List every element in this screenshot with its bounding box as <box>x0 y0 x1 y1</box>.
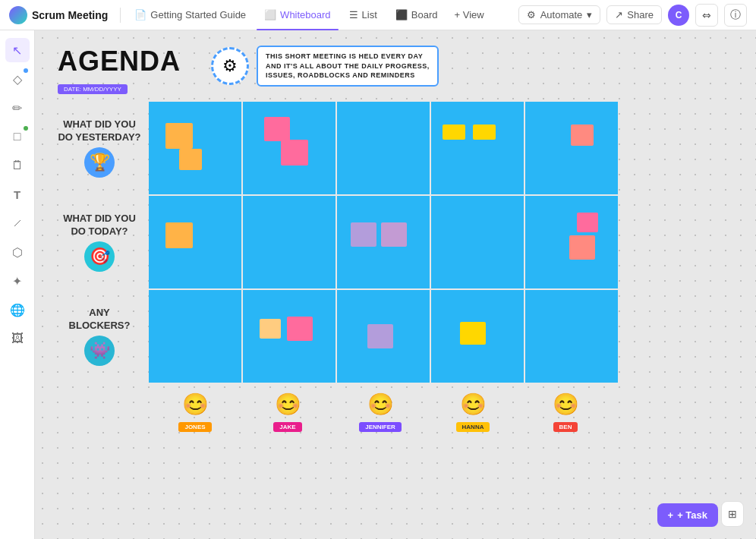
jennifer-emoji: 😊 <box>365 389 395 419</box>
today-label-text: WHAT DID YOUDO TODAY? <box>63 213 136 238</box>
sticky-note[interactable] <box>260 319 281 339</box>
blockers-label-text: ANY BLOCKERS? <box>58 307 141 333</box>
sticky-note[interactable] <box>165 222 193 248</box>
left-sidebar: ↖ ◇ ✏ □ 🗒 T ⟋ ⬡ ✦ 🌐 🖼 <box>0 30 35 539</box>
topbar: Scrum Meeting 📄 Getting Started Guide ⬜ … <box>0 0 756 30</box>
sticky-note[interactable] <box>569 235 595 260</box>
sticky-note[interactable] <box>179 149 202 170</box>
cell-today-jake[interactable] <box>243 196 335 288</box>
share-icon: ↗ <box>615 9 623 20</box>
jones-name-badge: JONES <box>178 422 211 432</box>
sticky-note[interactable] <box>281 140 308 165</box>
sticky-note[interactable] <box>287 317 313 341</box>
sticky-note[interactable] <box>571 125 594 146</box>
add-task-button[interactable]: + + Task <box>657 503 718 527</box>
grid-icon: ⊞ <box>728 508 737 520</box>
jake-emoji: 😊 <box>272 389 303 419</box>
sticky-note[interactable] <box>367 324 393 348</box>
avatar-ben: 😊 BEN <box>519 389 612 432</box>
sticky-note[interactable] <box>381 222 407 247</box>
tab-board[interactable]: ⬛ Board <box>388 6 446 24</box>
cell-today-jones[interactable] <box>149 196 241 288</box>
cell-today-jennifer[interactable] <box>337 196 430 288</box>
share-button[interactable]: ↗ Share <box>606 5 662 24</box>
sticky-note[interactable] <box>443 125 465 140</box>
cell-yesterday-jones[interactable] <box>149 102 241 194</box>
sticky-note[interactable] <box>264 117 290 141</box>
plus-icon: + <box>668 509 674 521</box>
sidebar-effects-tool[interactable]: ✦ <box>5 269 30 293</box>
agenda-badge: ⚙ THIS SHORT MEETING IS HELD EVERY DAY A… <box>211 46 439 87</box>
cell-blockers-hanna[interactable] <box>431 290 524 383</box>
sticky-note[interactable] <box>351 222 376 247</box>
sidebar-globe-tool[interactable]: 🌐 <box>5 298 30 322</box>
sidebar-diagram-tool[interactable]: ⬡ <box>5 240 30 264</box>
row-labels: WHAT DID YOUDO YESTERDAY? 🏆 WHAT DID YOU… <box>58 102 141 383</box>
sticky-note[interactable] <box>577 213 598 232</box>
tab-whiteboard[interactable]: ⬜ Whiteboard <box>257 6 338 24</box>
blocker-icon: 👾 <box>84 336 115 366</box>
hanna-emoji: 😊 <box>458 389 488 419</box>
automate-icon: ⚙ <box>527 9 536 20</box>
cell-yesterday-hanna[interactable] <box>431 102 524 194</box>
cell-blockers-jones[interactable] <box>149 290 241 383</box>
sticky-note[interactable] <box>460 322 486 345</box>
topbar-right: ⚙ Automate ▾ ↗ Share C ⇔ ⓘ <box>518 4 747 27</box>
agenda-date: DATE: MM/DD/YYYY <box>58 80 181 94</box>
list-icon: ☰ <box>349 9 358 20</box>
cell-today-hanna[interactable] <box>431 196 524 288</box>
whiteboard-icon: ⬜ <box>264 9 276 20</box>
hanna-name-badge: HANNA <box>456 422 490 432</box>
cell-yesterday-jennifer[interactable] <box>337 102 430 194</box>
sidebar-pen-tool[interactable]: ✏ <box>5 96 30 120</box>
agenda-header: AGENDA DATE: MM/DD/YYYY ⚙ THIS SHORT MEE… <box>58 46 733 94</box>
cell-blockers-jake[interactable] <box>243 290 335 383</box>
sidebar-sticky-tool[interactable]: 🗒 <box>5 153 30 178</box>
yesterday-label-text: WHAT DID YOUDO YESTERDAY? <box>58 118 140 144</box>
app-logo: Scrum Meeting <box>9 6 108 24</box>
cell-yesterday-jake[interactable] <box>243 102 335 194</box>
avatar-hanna: 😊 HANNA <box>427 389 519 432</box>
cell-blockers-jennifer[interactable] <box>337 290 430 383</box>
row-label-yesterday: WHAT DID YOUDO YESTERDAY? 🏆 <box>58 102 141 194</box>
info-icon[interactable]: ⓘ <box>724 4 747 27</box>
tab-getting-started[interactable]: 📄 Getting Started Guide <box>127 6 254 24</box>
sidebar-rectangle-tool[interactable]: □ <box>5 125 30 149</box>
agenda-title-block: AGENDA DATE: MM/DD/YYYY <box>58 46 181 94</box>
sidebar-line-tool[interactable]: ⟋ <box>5 211 30 235</box>
cell-yesterday-ben[interactable] <box>525 102 618 194</box>
sidebar-image-tool[interactable]: 🖼 <box>5 326 30 351</box>
sidebar-text-tool[interactable]: T <box>5 182 30 206</box>
row-label-today: WHAT DID YOUDO TODAY? 🎯 <box>58 196 141 288</box>
jones-emoji: 😊 <box>180 389 210 419</box>
team-avatars-row: 😊 JONES 😊 JAKE 😊 JENNIFER 😊 HANNA 😊 BEN <box>149 389 733 432</box>
sidebar-shapes-tool[interactable]: ◇ <box>5 67 30 91</box>
expand-icon[interactable]: ⇔ <box>695 4 718 27</box>
whiteboard-area: AGENDA DATE: MM/DD/YYYY ⚙ THIS SHORT MEE… <box>35 30 756 447</box>
ben-name-badge: BEN <box>553 422 578 432</box>
main-canvas[interactable]: AGENDA DATE: MM/DD/YYYY ⚙ THIS SHORT MEE… <box>35 30 756 539</box>
sidebar-cursor-tool[interactable]: ↖ <box>5 38 30 62</box>
badge-description: THIS SHORT MEETING IS HELD EVERY DAY AND… <box>257 46 439 87</box>
cell-today-ben[interactable] <box>525 196 618 288</box>
app-logo-icon <box>9 6 27 24</box>
date-badge: DATE: MM/DD/YYYY <box>58 84 128 94</box>
scrum-grid-container: WHAT DID YOUDO YESTERDAY? 🏆 WHAT DID YOU… <box>58 102 733 383</box>
add-view-button[interactable]: + View <box>449 6 490 24</box>
scrum-grid <box>149 102 618 383</box>
trophy-icon: 🏆 <box>84 147 115 178</box>
avatar-jake: 😊 JAKE <box>241 389 334 432</box>
automate-button[interactable]: ⚙ Automate ▾ <box>518 5 601 24</box>
sticky-note[interactable] <box>165 123 193 149</box>
grid-view-button[interactable]: ⊞ <box>721 501 744 527</box>
avatar-jennifer: 😊 JENNIFER <box>334 389 427 432</box>
cell-blockers-ben[interactable] <box>525 290 618 383</box>
nav-separator-1 <box>120 8 121 23</box>
target-icon: 🎯 <box>84 241 115 272</box>
tab-list[interactable]: ☰ List <box>342 6 385 24</box>
doc-icon: 📄 <box>134 9 146 20</box>
ben-emoji: 😊 <box>550 389 581 419</box>
user-avatar: C <box>668 5 689 26</box>
jennifer-name-badge: JENNIFER <box>359 422 402 432</box>
sticky-note[interactable] <box>473 125 496 140</box>
